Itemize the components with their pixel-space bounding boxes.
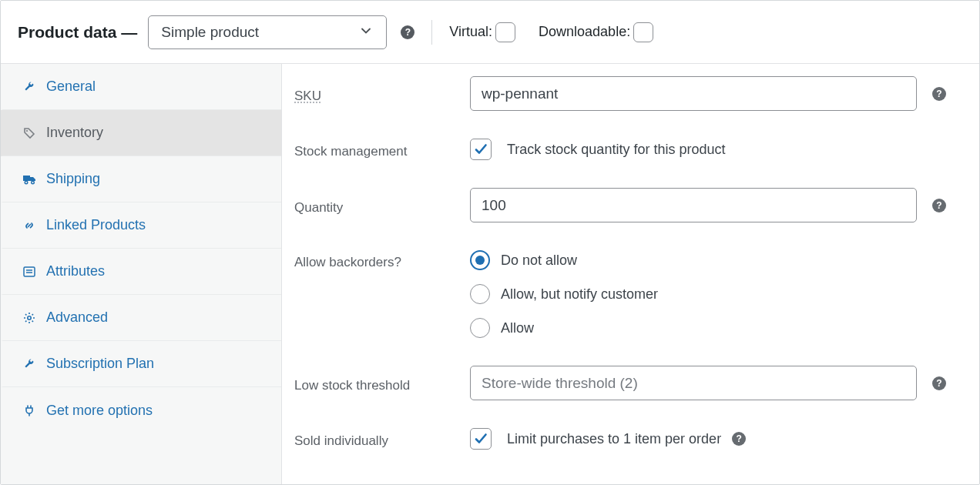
downloadable-label: Downloadable:	[539, 24, 630, 40]
row-backorders: Allow backorders? Do not allow Allow, bu…	[294, 250, 961, 338]
low-stock-label: Low stock threshold	[294, 373, 470, 393]
plug-icon	[22, 404, 37, 416]
tab-advanced[interactable]: Advanced	[1, 295, 281, 341]
tab-label: Advanced	[46, 309, 108, 326]
backorders-label: Allow backorders?	[294, 250, 470, 270]
sold-individually-check-label: Limit purchases to 1 item per order	[507, 431, 721, 447]
tab-label: Attributes	[46, 263, 105, 279]
svg-point-0	[26, 129, 28, 131]
backorders-option-label: Do not allow	[501, 253, 577, 269]
backorders-radio-no[interactable]	[470, 250, 490, 270]
sku-input[interactable]	[470, 76, 917, 111]
tab-subscription-plan[interactable]: Subscription Plan	[1, 341, 281, 387]
sold-individually-label: Sold individually	[294, 429, 470, 449]
svg-point-4	[28, 316, 31, 319]
row-low-stock: Low stock threshold ?	[294, 366, 961, 400]
tab-linked-products[interactable]: Linked Products	[1, 202, 281, 249]
link-icon	[22, 219, 37, 232]
sold-individually-help-icon[interactable]: ?	[732, 432, 746, 446]
tag-icon	[22, 127, 37, 139]
row-sold-individually: Sold individually Limit purchases to 1 i…	[294, 428, 961, 450]
backorders-radio-yes[interactable]	[470, 318, 490, 338]
row-stock-management: Stock management Track stock quantity fo…	[294, 139, 961, 160]
tab-get-more-options[interactable]: Get more options	[1, 387, 281, 433]
title-dash: —	[121, 23, 137, 42]
quantity-input[interactable]	[470, 188, 917, 222]
tab-label: Get more options	[46, 403, 153, 419]
stock-management-checkbox[interactable]	[470, 139, 492, 160]
tab-label: Subscription Plan	[46, 356, 154, 372]
product-type-help-icon[interactable]: ?	[401, 25, 414, 39]
backorders-option-label: Allow	[501, 320, 534, 336]
quantity-help-icon[interactable]: ?	[932, 199, 946, 212]
row-sku: SKU ?	[294, 76, 961, 111]
tab-label: Inventory	[46, 125, 103, 141]
header-separator	[431, 20, 432, 45]
product-type-value: Simple product	[161, 24, 259, 41]
sku-help-icon[interactable]: ?	[932, 87, 946, 101]
tab-label: Linked Products	[46, 217, 146, 233]
product-data-header: Product data — Simple product ? Virtual:…	[1, 1, 979, 64]
backorders-radio-notify[interactable]	[470, 284, 490, 304]
product-data-panel: Product data — Simple product ? Virtual:…	[0, 0, 980, 485]
stock-management-check-label: Track stock quantity for this product	[507, 142, 725, 158]
chevron-down-icon	[360, 24, 372, 41]
virtual-label: Virtual:	[449, 24, 492, 40]
tab-label: Shipping	[46, 171, 100, 187]
row-quantity: Quantity ?	[294, 188, 961, 222]
list-icon	[22, 266, 37, 277]
sold-individually-checkbox[interactable]	[470, 428, 492, 450]
virtual-checkbox[interactable]	[495, 22, 515, 42]
inventory-form: SKU ? Stock management Track stock quant…	[282, 64, 979, 484]
low-stock-help-icon[interactable]: ?	[932, 376, 946, 390]
tab-attributes[interactable]: Attributes	[1, 249, 281, 295]
tab-general[interactable]: General	[1, 64, 281, 110]
gear-icon	[22, 312, 37, 324]
backorders-option-label: Allow, but notify customer	[501, 286, 658, 303]
downloadable-checkbox[interactable]	[633, 22, 653, 42]
truck-icon	[22, 174, 37, 185]
quantity-label: Quantity	[294, 196, 470, 216]
tab-label: General	[46, 79, 96, 95]
tab-shipping[interactable]: Shipping	[1, 156, 281, 202]
sku-label: SKU	[294, 84, 470, 104]
wrench-icon	[22, 358, 37, 370]
wrench-icon	[22, 81, 37, 93]
svg-point-2	[32, 181, 35, 184]
product-data-tabs: General Inventory Shipping Linked Produc…	[1, 64, 282, 484]
tab-inventory[interactable]: Inventory	[1, 110, 281, 156]
product-type-select[interactable]: Simple product	[148, 15, 387, 49]
low-stock-input[interactable]	[470, 366, 917, 400]
panel-body: General Inventory Shipping Linked Produc…	[1, 64, 979, 484]
panel-title: Product data	[18, 23, 116, 42]
svg-rect-3	[24, 267, 35, 276]
svg-point-1	[25, 181, 28, 184]
stock-management-label: Stock management	[294, 139, 470, 159]
